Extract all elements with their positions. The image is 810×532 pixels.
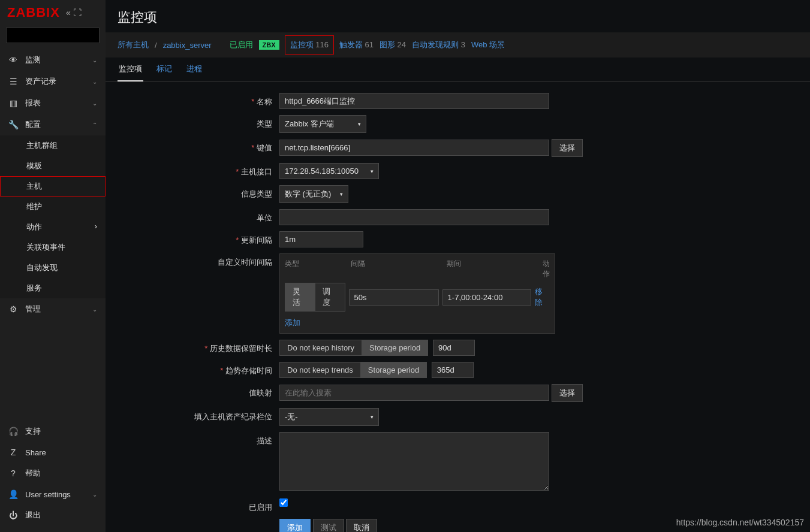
- input-key[interactable]: [279, 140, 549, 156]
- nav-inventory[interactable]: ☰资产记录⌄: [0, 71, 106, 92]
- nav-admin[interactable]: ⚙管理⌄: [0, 298, 106, 320]
- bc-zbx-badge: ZBX: [259, 40, 279, 50]
- input-history[interactable]: [433, 340, 475, 356]
- nav-monitor[interactable]: 👁监测⌄: [0, 49, 106, 71]
- bc-triggers[interactable]: 触发器 61: [339, 40, 374, 50]
- nav-share[interactable]: ZShare: [0, 442, 106, 463]
- collapse-icon[interactable]: « ⛶: [66, 8, 82, 17]
- label-type: 类型: [118, 115, 279, 129]
- sub-correlation[interactable]: 关联项事件: [0, 237, 106, 258]
- chevron-up-icon: ⌃: [92, 122, 97, 128]
- nav-support[interactable]: 🎧支持: [0, 421, 106, 442]
- input-units[interactable]: [279, 209, 549, 225]
- chart-icon: ▥: [8, 98, 18, 108]
- tab-tags[interactable]: 标记: [155, 58, 173, 81]
- chevron-down-icon: ⌄: [92, 306, 97, 313]
- nav-label: 报表: [25, 98, 41, 108]
- chevron-down-icon: ⌄: [92, 57, 97, 64]
- seg-trends-period[interactable]: Storage period: [361, 362, 427, 378]
- bc-discovery[interactable]: 自动发现规则 3: [412, 40, 465, 50]
- chevron-down-icon: ▾: [340, 191, 343, 197]
- nav-label: User settings: [25, 490, 71, 499]
- footer-nav: 🎧支持 ZShare ?帮助 👤User settings⌄ ⏻退出: [0, 421, 106, 532]
- chevron-down-icon: ⌄: [92, 78, 97, 85]
- main: 监控项 所有主机 / zabbix_server 已启用 ZBX 监控项 116…: [106, 0, 810, 532]
- btn-cancel[interactable]: 取消: [346, 519, 377, 532]
- custom-interval-box: 类型 间隔 期间 动作 灵活 调度 移除 添加: [279, 253, 555, 334]
- interval-row: 灵活 调度 移除: [285, 283, 550, 312]
- nav-help[interactable]: ?帮助: [0, 463, 106, 484]
- nav-config[interactable]: 🔧配置⌃: [0, 114, 106, 135]
- input-name[interactable]: [279, 93, 549, 109]
- input-int-interval[interactable]: [349, 289, 439, 306]
- link-int-add[interactable]: 添加: [285, 318, 300, 328]
- input-trends[interactable]: [432, 362, 474, 378]
- bc-allhosts[interactable]: 所有主机: [118, 40, 149, 50]
- bc-items[interactable]: 监控项 116: [285, 36, 333, 54]
- nav-label: 管理: [25, 304, 41, 315]
- bc-web[interactable]: Web 场景: [471, 40, 505, 50]
- label-desc: 描述: [118, 432, 279, 446]
- eye-icon: 👁: [8, 55, 18, 65]
- select-infotype[interactable]: 数字 (无正负)▾: [279, 185, 348, 203]
- sub-hosts[interactable]: 主机: [0, 176, 106, 197]
- label-enabled: 已启用: [118, 498, 279, 513]
- search-box[interactable]: 🔍: [6, 28, 100, 43]
- interval-head: 类型 间隔 期间 动作: [285, 259, 550, 283]
- trends-toggle[interactable]: Do not keep trends Storage period: [279, 362, 427, 378]
- checkbox-enabled[interactable]: [279, 498, 288, 507]
- wrench-icon: 🔧: [8, 120, 18, 129]
- nav-label: 监测: [25, 55, 41, 65]
- seg-flex[interactable]: 灵活: [285, 283, 315, 312]
- label-customint: 自定义时间间隔: [118, 253, 279, 268]
- btn-valuemap-select[interactable]: 选择: [552, 384, 583, 402]
- sub-hostgroups[interactable]: 主机群组: [0, 135, 106, 156]
- watermark: https://blog.csdn.net/wt334502157: [676, 518, 804, 527]
- logo-row: ZABBIX « ⛶: [0, 0, 106, 25]
- select-type[interactable]: Zabbix 客户端▾: [279, 115, 366, 133]
- sub-templates[interactable]: 模板: [0, 156, 106, 176]
- textarea-desc[interactable]: [279, 432, 549, 491]
- btn-add[interactable]: 添加: [279, 519, 311, 532]
- sub-services[interactable]: 服务: [0, 278, 106, 298]
- search-input[interactable]: [10, 31, 111, 40]
- label-trends: 趋势存储时间: [118, 362, 279, 376]
- seg-history-nokeep[interactable]: Do not keep history: [279, 340, 362, 356]
- interval-type-toggle[interactable]: 灵活 调度: [285, 283, 345, 312]
- nav-logout[interactable]: ⏻退出: [0, 504, 106, 526]
- input-valuemap[interactable]: [279, 385, 549, 401]
- nav-reports[interactable]: ▥报表⌄: [0, 92, 106, 114]
- chevron-down-icon: ▾: [371, 414, 374, 420]
- input-interval[interactable]: [279, 231, 363, 247]
- btn-test[interactable]: 测试: [313, 519, 344, 532]
- seg-trends-nokeep[interactable]: Do not keep trends: [279, 362, 361, 378]
- input-int-period[interactable]: [442, 289, 531, 306]
- nav-label: Share: [25, 448, 46, 457]
- history-toggle[interactable]: Do not keep history Storage period: [279, 340, 428, 356]
- tab-process[interactable]: 进程: [185, 58, 203, 81]
- bc-host[interactable]: zabbix_server: [163, 41, 212, 50]
- label-hostiface: 主机接口: [118, 163, 279, 177]
- power-icon: ⏻: [8, 510, 18, 520]
- chevron-down-icon: ⌄: [92, 491, 97, 498]
- nav-label: 支持: [25, 426, 41, 437]
- bc-graphs[interactable]: 图形 24: [380, 40, 406, 50]
- btn-key-select[interactable]: 选择: [552, 139, 583, 157]
- select-hostiface[interactable]: 172.28.54.185:10050▾: [279, 163, 379, 179]
- sub-actions[interactable]: 动作›: [0, 217, 106, 237]
- tab-item[interactable]: 监控项: [118, 58, 143, 81]
- select-inventory[interactable]: -无-▾: [279, 408, 379, 426]
- chevron-right-icon: ›: [95, 222, 97, 232]
- link-int-remove[interactable]: 移除: [535, 286, 550, 308]
- label-interval: 更新间隔: [118, 231, 279, 246]
- label-inventory: 填入主机资产纪录栏位: [118, 408, 279, 422]
- sub-discovery[interactable]: 自动发现: [0, 258, 106, 278]
- headset-icon: 🎧: [8, 427, 18, 436]
- nav-usersettings[interactable]: 👤User settings⌄: [0, 484, 106, 504]
- sub-maintenance[interactable]: 维护: [0, 197, 106, 217]
- seg-history-period[interactable]: Storage period: [362, 340, 428, 356]
- seg-sched[interactable]: 调度: [315, 283, 345, 312]
- nav-label: 配置: [25, 119, 41, 130]
- list-icon: ☰: [8, 77, 18, 86]
- logo: ZABBIX: [7, 5, 60, 20]
